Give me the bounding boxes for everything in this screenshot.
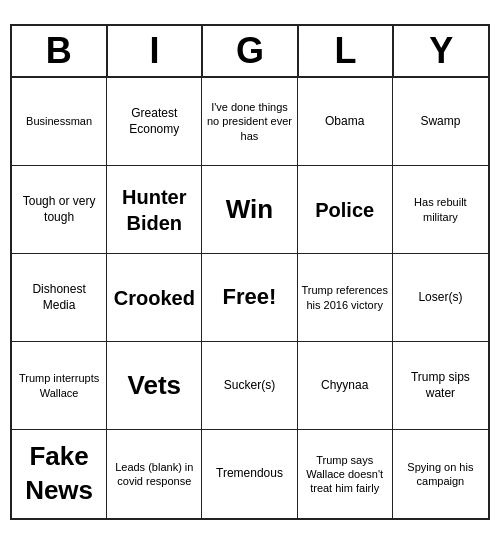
bingo-cell-18[interactable]: Chyynaa <box>298 342 393 430</box>
bingo-cell-11[interactable]: Crooked <box>107 254 202 342</box>
header-g: G <box>203 26 299 76</box>
bingo-header: B I G L Y <box>12 26 488 78</box>
bingo-cell-1[interactable]: Greatest Economy <box>107 78 202 166</box>
bingo-cell-24[interactable]: Spying on his campaign <box>393 430 488 518</box>
bingo-cell-9[interactable]: Has rebuilt military <box>393 166 488 254</box>
bingo-cell-5[interactable]: Tough or very tough <box>12 166 107 254</box>
bingo-cell-16[interactable]: Vets <box>107 342 202 430</box>
bingo-cell-12[interactable]: Free! <box>202 254 297 342</box>
header-b: B <box>12 26 108 76</box>
bingo-cell-13[interactable]: Trump references his 2016 victory <box>298 254 393 342</box>
bingo-cell-14[interactable]: Loser(s) <box>393 254 488 342</box>
bingo-cell-17[interactable]: Sucker(s) <box>202 342 297 430</box>
bingo-cell-0[interactable]: Businessman <box>12 78 107 166</box>
header-i: I <box>108 26 204 76</box>
bingo-cell-7[interactable]: Win <box>202 166 297 254</box>
bingo-card: B I G L Y BusinessmanGreatest EconomyI'v… <box>10 24 490 520</box>
bingo-cell-3[interactable]: Obama <box>298 78 393 166</box>
bingo-cell-4[interactable]: Swamp <box>393 78 488 166</box>
bingo-grid: BusinessmanGreatest EconomyI've done thi… <box>12 78 488 518</box>
bingo-cell-23[interactable]: Trump says Wallace doesn't treat him fai… <box>298 430 393 518</box>
bingo-cell-6[interactable]: Hunter Biden <box>107 166 202 254</box>
bingo-cell-8[interactable]: Police <box>298 166 393 254</box>
bingo-cell-19[interactable]: Trump sips water <box>393 342 488 430</box>
bingo-cell-10[interactable]: Dishonest Media <box>12 254 107 342</box>
bingo-cell-21[interactable]: Leads (blank) in covid response <box>107 430 202 518</box>
bingo-cell-2[interactable]: I've done things no president ever has <box>202 78 297 166</box>
bingo-cell-20[interactable]: Fake News <box>12 430 107 518</box>
header-l: L <box>299 26 395 76</box>
header-y: Y <box>394 26 488 76</box>
bingo-cell-22[interactable]: Tremendous <box>202 430 297 518</box>
bingo-cell-15[interactable]: Trump interrupts Wallace <box>12 342 107 430</box>
